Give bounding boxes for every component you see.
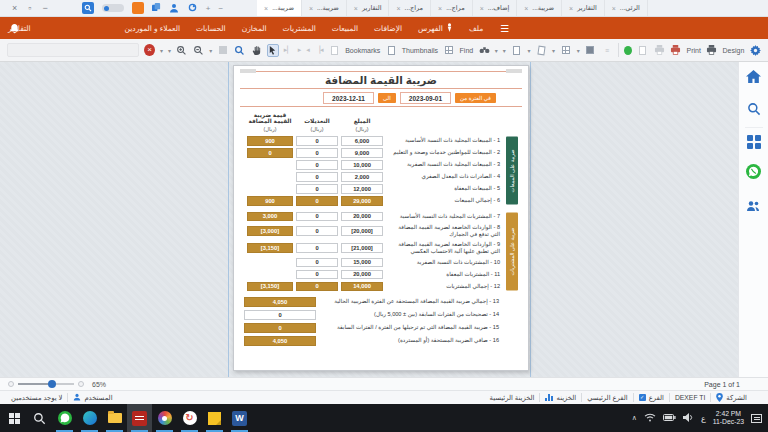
dropdown-icon[interactable]: ▾ (168, 47, 171, 54)
battery-icon[interactable] (663, 414, 676, 422)
whatsapp-icon[interactable] (746, 164, 761, 183)
window-minimize-button[interactable]: − (42, 4, 47, 13)
zoom-slider[interactable] (8, 381, 84, 387)
speaker-icon[interactable] (683, 413, 694, 423)
company-label[interactable]: الشركة (711, 393, 752, 403)
close-icon[interactable]: × (354, 5, 358, 12)
close-icon[interactable]: × (264, 5, 268, 12)
window-close-button[interactable]: × (12, 4, 17, 13)
tab-main[interactable]: الرئي...× (605, 0, 648, 16)
panel-icon[interactable] (329, 44, 341, 57)
copy-page-icon[interactable] (535, 44, 547, 57)
treasury-label[interactable]: الخزينه (540, 394, 581, 402)
close-icon[interactable]: × (438, 5, 442, 12)
zoom-in-icon[interactable] (176, 44, 188, 57)
branch-value[interactable]: الفرع الرئيسي (582, 394, 632, 402)
snapshot-icon[interactable] (217, 44, 229, 57)
tab-review-1[interactable]: مراج...× (389, 0, 431, 16)
first-page-icon[interactable]: ▕◂ (315, 46, 324, 54)
dropdown-icon[interactable]: ▾ (577, 47, 580, 54)
dropdown-icon[interactable]: ▾ (503, 47, 506, 54)
treasury-value[interactable]: الخزينة الرئيسية (485, 394, 540, 402)
prev-page-icon[interactable]: ◂ (306, 46, 310, 54)
dropdown-icon[interactable]: ▾ (160, 47, 163, 54)
zoom-out-icon[interactable] (193, 44, 205, 57)
network-icon[interactable] (644, 413, 656, 423)
design-button[interactable]: Design (723, 47, 745, 54)
close-report-icon[interactable]: × (144, 44, 155, 56)
taskbar-dexef-icon[interactable] (127, 404, 152, 432)
thumbnails-icon[interactable] (443, 44, 455, 57)
taskbar-sync-icon[interactable]: ↻ (177, 404, 202, 432)
tab-reports-2[interactable]: التقارير× (562, 0, 605, 16)
dropdown-icon[interactable]: ▾ (527, 47, 530, 54)
pages-icon[interactable] (152, 3, 161, 14)
grid-view-icon[interactable] (560, 44, 572, 57)
taskbar-explorer-icon[interactable] (102, 404, 127, 432)
menu-customers-suppliers[interactable]: العملاء و الموردين (117, 24, 188, 33)
plus-icon[interactable]: + (206, 4, 211, 13)
users-icon[interactable] (746, 198, 761, 216)
gear-icon[interactable] (749, 44, 761, 57)
bell-icon[interactable] (9, 21, 20, 39)
start-button[interactable] (2, 404, 27, 432)
hamburger-icon[interactable]: ☰ (491, 23, 518, 34)
minus-icon[interactable]: − (218, 4, 223, 13)
language-indicator[interactable]: ع (701, 414, 706, 423)
user-status[interactable]: المستخدم (68, 393, 117, 402)
dropdown-icon[interactable]: ▾ (209, 47, 212, 54)
select-tool-icon[interactable] (267, 44, 279, 57)
company-value[interactable]: DEXEF TI (670, 394, 710, 401)
bookmarks-icon[interactable] (385, 44, 397, 57)
taskbar-edge-icon[interactable] (77, 404, 102, 432)
dropdown-icon[interactable]: ▾ (495, 47, 498, 54)
action-center-icon[interactable] (751, 414, 762, 423)
toolbar-field[interactable] (7, 43, 139, 57)
close-icon[interactable]: × (396, 5, 400, 12)
menu-warehouses[interactable]: المخازن (234, 24, 275, 33)
menu-purchases[interactable]: المشتريات (275, 24, 324, 33)
tab-review-2[interactable]: مراج...× (431, 0, 473, 16)
menu-index[interactable]: الفهرس (410, 23, 461, 34)
toggle-switch-icon[interactable] (102, 4, 124, 12)
tab-vat-3[interactable]: ضريبة...× (517, 0, 562, 16)
tab-vat-active[interactable]: ضريبة...× (257, 0, 302, 16)
printer-gray-icon[interactable] (653, 44, 665, 57)
window-restore-button[interactable]: ▫ (28, 4, 31, 13)
print-button[interactable]: Print (687, 47, 701, 54)
apps-grid-icon[interactable] (747, 135, 761, 149)
close-icon[interactable]: × (480, 5, 484, 12)
close-icon[interactable]: × (569, 5, 573, 12)
taskbar-search-button[interactable] (27, 404, 52, 432)
dynamic-zoom-icon[interactable] (234, 44, 246, 57)
menu-file[interactable]: ملف (461, 24, 491, 33)
taskbar-whatsapp-icon[interactable] (52, 404, 77, 432)
settings-swirl-icon[interactable] (187, 0, 198, 17)
tray-expand-icon[interactable]: ∧ (632, 414, 637, 422)
home-icon[interactable] (746, 69, 761, 87)
taskbar-word-icon[interactable]: W (227, 404, 252, 432)
find-button[interactable]: Find (460, 47, 474, 54)
close-icon[interactable]: × (309, 5, 313, 12)
printer-color-icon[interactable] (670, 44, 682, 57)
menu-additions[interactable]: الإضافات (366, 24, 410, 33)
last-page-icon[interactable]: ▸▏ (284, 46, 293, 54)
branch-label[interactable]: ✓الفرع (634, 394, 669, 402)
tab-reports-1[interactable]: التقارير× (347, 0, 390, 16)
hand-tool-icon[interactable] (250, 44, 262, 57)
whatsapp-send-icon[interactable] (624, 46, 632, 55)
thumbnails-button[interactable]: Thumbnails (402, 47, 438, 54)
clock[interactable]: 2:42 PM11-Dec-23 (713, 410, 744, 426)
fill-view-icon[interactable] (585, 44, 597, 57)
bookmarks-button[interactable]: Bookmarks (345, 47, 380, 54)
orange-app-icon[interactable] (132, 2, 144, 14)
taskbar-stickynotes-icon[interactable] (202, 404, 227, 432)
page-icon[interactable] (637, 44, 649, 57)
user-icon[interactable] (169, 0, 179, 17)
search-icon[interactable] (82, 2, 94, 14)
zoom-slider-knob[interactable] (48, 380, 56, 388)
tab-vat-2[interactable]: ضريبة...× (302, 0, 347, 16)
close-icon[interactable]: × (524, 5, 528, 12)
next-page-icon[interactable]: ▸ (298, 46, 302, 54)
dropdown-icon[interactable]: ▾ (552, 47, 555, 54)
